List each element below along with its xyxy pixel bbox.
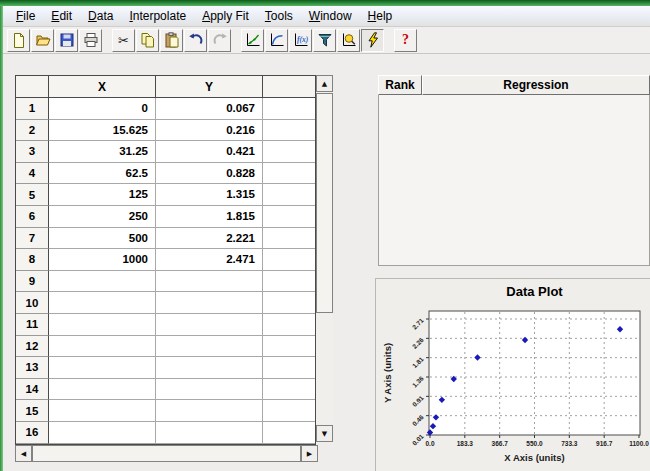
paste-button[interactable]	[160, 29, 183, 52]
scroll-up-button[interactable]: ▲	[316, 75, 333, 92]
row-header[interactable]: 9	[16, 271, 49, 293]
menu-interpolate[interactable]: Interpolate	[121, 7, 194, 26]
zoom-plot-button[interactable]	[337, 29, 360, 52]
row-header[interactable]: 2	[16, 120, 49, 142]
data-cell[interactable]	[156, 292, 263, 314]
menu-apply-fit[interactable]: Apply Fit	[194, 7, 257, 26]
plot-linear-fit-button[interactable]	[241, 29, 264, 52]
row-header[interactable]: 1	[16, 98, 49, 120]
data-cell[interactable]	[263, 357, 315, 379]
column-header-rank[interactable]: Rank	[378, 75, 422, 95]
data-cell[interactable]	[49, 292, 156, 314]
scroll-left-button[interactable]: ◀	[15, 445, 32, 462]
data-cell[interactable]	[156, 314, 263, 336]
data-cell[interactable]	[263, 422, 315, 444]
data-cell[interactable]: 500	[49, 228, 156, 250]
data-cell[interactable]	[263, 314, 315, 336]
apply-filter-button[interactable]	[313, 29, 336, 52]
data-cell[interactable]	[49, 314, 156, 336]
copy-button[interactable]	[136, 29, 159, 52]
data-cell[interactable]	[156, 422, 263, 444]
print-button[interactable]	[79, 29, 102, 52]
quick-fit-button[interactable]	[361, 29, 384, 52]
row-header[interactable]: 5	[16, 184, 49, 206]
menu-help[interactable]: Help	[360, 7, 401, 26]
help-button[interactable]: ?	[394, 29, 417, 52]
scroll-down-button[interactable]: ▼	[316, 425, 333, 442]
data-cell[interactable]: 2.221	[156, 228, 263, 250]
row-header[interactable]: 11	[16, 314, 49, 336]
regression-results-list[interactable]	[378, 95, 650, 266]
open-button[interactable]	[31, 29, 54, 52]
data-cell[interactable]: 0.421	[156, 141, 263, 163]
data-cell[interactable]	[263, 400, 315, 422]
menu-data[interactable]: Data	[80, 7, 121, 26]
data-cell[interactable]: 15.625	[49, 120, 156, 142]
data-cell[interactable]: 0.828	[156, 163, 263, 185]
data-cell[interactable]	[263, 163, 315, 185]
row-header[interactable]: 10	[16, 292, 49, 314]
table-horizontal-scrollbar[interactable]: ◀ ▶	[15, 445, 318, 462]
row-header[interactable]: 12	[16, 336, 49, 358]
row-header[interactable]: 7	[16, 228, 49, 250]
data-cell[interactable]	[49, 422, 156, 444]
data-cell[interactable]: 1.315	[156, 184, 263, 206]
data-cell[interactable]	[263, 120, 315, 142]
data-cell[interactable]	[263, 141, 315, 163]
horizontal-scroll-thumb[interactable]	[32, 445, 301, 462]
menu-window[interactable]: Window	[301, 7, 360, 26]
data-cell[interactable]: 0.216	[156, 120, 263, 142]
data-cell[interactable]: 31.25	[49, 141, 156, 163]
plot-function-button[interactable]: f(x)	[289, 29, 312, 52]
column-header[interactable]	[16, 76, 49, 98]
column-header-regression[interactable]: Regression	[422, 75, 650, 95]
column-header-x[interactable]: X	[49, 76, 156, 98]
data-cell[interactable]: 62.5	[49, 163, 156, 185]
data-cell[interactable]: 0.067	[156, 98, 263, 120]
menu-edit[interactable]: Edit	[43, 7, 80, 26]
data-cell[interactable]	[263, 379, 315, 401]
data-cell[interactable]	[156, 336, 263, 358]
data-cell[interactable]	[263, 98, 315, 120]
row-header[interactable]: 4	[16, 163, 49, 185]
data-cell[interactable]	[156, 271, 263, 293]
row-header[interactable]: 14	[16, 379, 49, 401]
row-header[interactable]: 6	[16, 206, 49, 228]
cut-button[interactable]: ✂	[112, 29, 135, 52]
data-cell[interactable]: 2.471	[156, 249, 263, 271]
data-cell[interactable]: 1000	[49, 249, 156, 271]
data-cell[interactable]: 250	[49, 206, 156, 228]
redo-button[interactable]	[208, 29, 231, 52]
data-cell[interactable]	[263, 206, 315, 228]
data-cell[interactable]	[49, 271, 156, 293]
data-cell[interactable]	[263, 228, 315, 250]
data-cell[interactable]: 125	[49, 184, 156, 206]
vertical-scroll-thumb[interactable]	[316, 93, 333, 313]
menu-tools[interactable]: Tools	[257, 7, 301, 26]
data-cell[interactable]	[263, 184, 315, 206]
row-header[interactable]: 13	[16, 357, 49, 379]
scroll-right-button[interactable]: ▶	[301, 445, 318, 462]
row-header[interactable]: 16	[16, 422, 49, 444]
row-header[interactable]: 3	[16, 141, 49, 163]
data-cell[interactable]	[156, 379, 263, 401]
save-button[interactable]	[55, 29, 78, 52]
table-vertical-scrollbar[interactable]: ▲ ▼	[316, 75, 333, 443]
data-cell[interactable]	[49, 400, 156, 422]
data-cell[interactable]: 1.815	[156, 206, 263, 228]
column-header-y[interactable]: Y	[156, 76, 263, 98]
data-cell[interactable]	[263, 271, 315, 293]
column-header[interactable]	[263, 76, 315, 98]
data-cell[interactable]	[263, 292, 315, 314]
data-cell[interactable]	[49, 357, 156, 379]
data-cell[interactable]	[49, 336, 156, 358]
plot-curve-fit-button[interactable]	[265, 29, 288, 52]
data-cell[interactable]	[49, 379, 156, 401]
row-header[interactable]: 8	[16, 249, 49, 271]
new-button[interactable]	[7, 29, 30, 52]
data-cell[interactable]	[156, 400, 263, 422]
data-cell[interactable]	[156, 357, 263, 379]
data-cell[interactable]: 0	[49, 98, 156, 120]
undo-button[interactable]	[184, 29, 207, 52]
data-cell[interactable]	[263, 336, 315, 358]
